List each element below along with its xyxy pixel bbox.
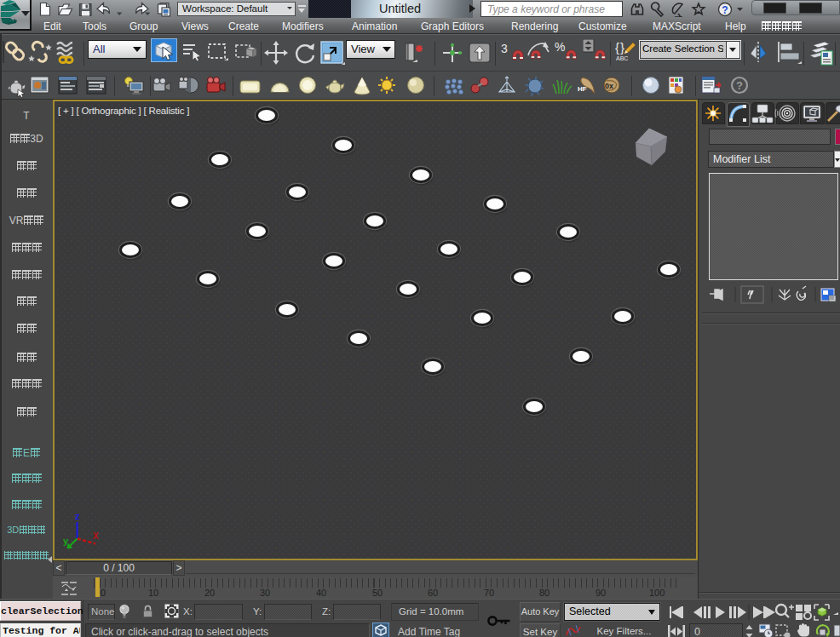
svg-text:?: ? — [722, 4, 728, 16]
svg-text:y: y — [63, 536, 69, 546]
svg-text:z: z — [75, 511, 80, 521]
svg-text:?: ? — [736, 79, 743, 92]
svg-text:HF: HF — [578, 85, 587, 93]
svg-text:X: X — [93, 531, 99, 541]
svg-text:0x: 0x — [605, 82, 613, 90]
